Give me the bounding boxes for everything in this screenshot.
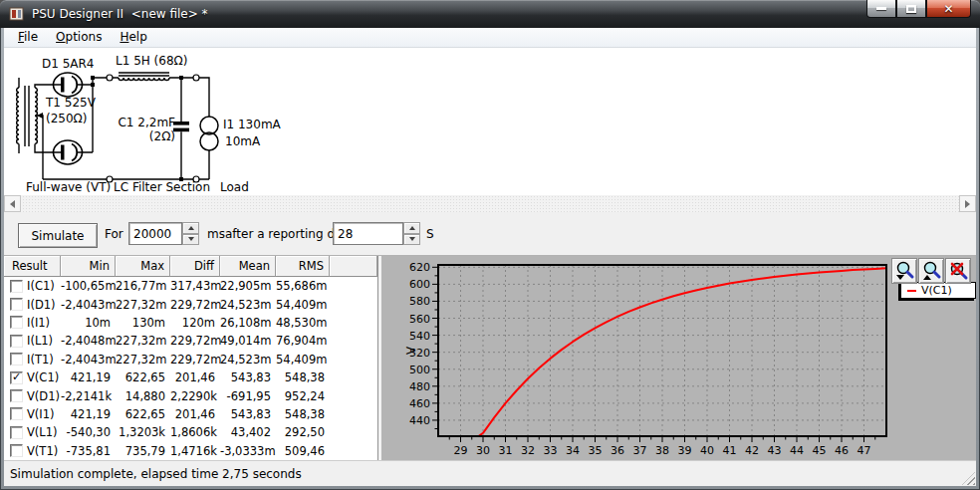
- svg-text:32: 32: [521, 444, 535, 457]
- rectifier-tube-bottom[interactable]: [54, 140, 83, 164]
- schematic-panel[interactable]: D1 5AR4 T1 525V (250Ω) L1 5H (68Ω) C1 2,…: [4, 48, 976, 195]
- result-name: I(D1): [27, 298, 56, 312]
- result-name: V(T1): [27, 444, 58, 458]
- result-checkbox[interactable]: ✓: [10, 335, 23, 348]
- maximize-button[interactable]: [896, 0, 926, 18]
- chart-legend: V(C1): [900, 282, 976, 299]
- duration-spin-down[interactable]: [182, 234, 199, 246]
- cell-max: 622,65: [116, 370, 170, 384]
- close-icon: ✕: [943, 3, 953, 15]
- legend-series-label: V(C1): [921, 284, 952, 297]
- column-header-max[interactable]: Max: [116, 256, 170, 277]
- result-checkbox[interactable]: ✓: [10, 298, 23, 311]
- zoom-in-button[interactable]: [918, 258, 944, 284]
- duration-spin-up[interactable]: [182, 222, 199, 234]
- column-header-filler: [330, 256, 377, 277]
- cell-max: 216,77m: [116, 279, 170, 293]
- result-name: V(L1): [27, 425, 58, 439]
- results-table: ResultMinMaxDiffMeanRMS ✓I(C1)-100,65m21…: [4, 256, 377, 460]
- label-c1-line1: C1 2,2mF: [118, 116, 175, 129]
- zoom-out-button[interactable]: [891, 258, 917, 284]
- results-table-body: ✓I(C1)-100,65m216,77m317,43m22,905m55,68…: [4, 277, 377, 460]
- cell-min: -2,2141k: [61, 389, 116, 403]
- window-title: PSU Designer II <new file> *: [32, 7, 208, 21]
- zoom-reset-button[interactable]: [945, 258, 971, 284]
- label-l1: L1 5H (68Ω): [116, 54, 187, 68]
- delay-input[interactable]: [333, 222, 403, 245]
- menu-help[interactable]: Help: [111, 28, 155, 47]
- for-label: For: [105, 227, 123, 241]
- app-icon: [9, 6, 25, 22]
- simulation-controls: Simulate For ms after a reporting delay …: [4, 212, 976, 255]
- result-checkbox[interactable]: ✓: [10, 444, 23, 457]
- capacitor-symbol[interactable]: [173, 80, 189, 177]
- minimize-button[interactable]: [866, 0, 896, 18]
- menu-options[interactable]: Options: [47, 28, 111, 47]
- column-header-min[interactable]: Min: [61, 256, 116, 277]
- titlebar[interactable]: PSU Designer II <new file> * ✕: [0, 0, 980, 28]
- label-c1-line2: (2Ω): [149, 129, 175, 143]
- result-name: V(D1): [27, 389, 60, 403]
- label-section-lc: LC Filter Section: [114, 180, 210, 194]
- transformer-symbol[interactable]: [17, 78, 54, 179]
- duration-spinner: [182, 222, 199, 245]
- zoom-reset-icon: [947, 260, 969, 282]
- column-header-diff[interactable]: Diff: [170, 256, 220, 277]
- column-header-result[interactable]: Result: [4, 256, 61, 277]
- maximize-icon: [906, 5, 916, 13]
- y-axis-label: V: [404, 346, 418, 355]
- delay-spinner: [403, 222, 420, 245]
- close-button[interactable]: ✕: [926, 0, 971, 18]
- cell-min: 421,19: [61, 407, 116, 421]
- column-header-mean[interactable]: Mean: [220, 256, 276, 277]
- result-name: I(T1): [27, 353, 54, 367]
- window-controls: ✕: [866, 0, 971, 18]
- horizontal-scrollbar[interactable]: [4, 195, 976, 212]
- cell-max: 14,880: [116, 389, 170, 403]
- up-arrow-icon: [409, 226, 415, 230]
- rectifier-tube-top[interactable]: [54, 73, 83, 97]
- menu-file[interactable]: File: [9, 28, 47, 47]
- column-header-rms[interactable]: RMS: [276, 256, 330, 277]
- cell-rms: 952,24: [276, 389, 330, 403]
- zoom-out-icon: [893, 260, 915, 282]
- cell-rms: 76,904m: [276, 334, 330, 348]
- result-name: V(I1): [27, 407, 55, 421]
- duration-input[interactable]: [128, 222, 182, 245]
- current-source-symbol[interactable]: [200, 117, 218, 150]
- result-checkbox[interactable]: ✓: [10, 280, 23, 293]
- result-checkbox[interactable]: ✓: [10, 389, 23, 402]
- inductor-symbol[interactable]: [119, 73, 169, 81]
- cell-mean: 26,108m: [220, 316, 276, 330]
- svg-text:540: 540: [409, 330, 430, 343]
- svg-text:44: 44: [790, 444, 804, 457]
- cell-rms: 55,686m: [276, 279, 330, 293]
- cell-diff: 1,4716k: [170, 444, 220, 458]
- cell-max: 227,32m: [116, 334, 170, 348]
- delay-spin-up[interactable]: [403, 222, 420, 234]
- cell-diff: 2,2290k: [170, 389, 220, 403]
- cell-min: -2,4048m: [61, 334, 116, 348]
- svg-text:41: 41: [723, 444, 737, 457]
- result-checkbox[interactable]: ✓: [10, 426, 23, 439]
- checkmark-icon: ✓: [12, 370, 21, 383]
- scroll-left-button[interactable]: [4, 195, 21, 212]
- table-row: ✓V(T1)-735,81735,791,4716k-3,0333m509,46: [4, 442, 377, 460]
- cell-mean: 22,905m: [220, 279, 276, 293]
- result-checkbox[interactable]: ✓: [10, 316, 23, 329]
- scroll-right-button[interactable]: [959, 195, 976, 212]
- svg-text:31: 31: [499, 444, 513, 457]
- simulate-button[interactable]: Simulate: [18, 223, 98, 248]
- cell-diff: 229,72m: [170, 353, 220, 367]
- cell-min: -540,30: [61, 425, 116, 439]
- cell-mean: -3,0333m: [220, 444, 276, 458]
- svg-text:580: 580: [409, 295, 430, 308]
- cell-mean: 43,402: [220, 425, 276, 439]
- cell-min: -735,81: [61, 444, 116, 458]
- table-row: ✓V(L1)-540,301,3203k1,8606k43,402292,50: [4, 423, 377, 441]
- result-checkbox[interactable]: ✓: [10, 371, 23, 384]
- delay-spin-down[interactable]: [403, 234, 420, 246]
- result-checkbox[interactable]: ✓: [10, 407, 23, 420]
- result-checkbox[interactable]: ✓: [10, 353, 23, 366]
- resize-grip[interactable]: [962, 472, 975, 485]
